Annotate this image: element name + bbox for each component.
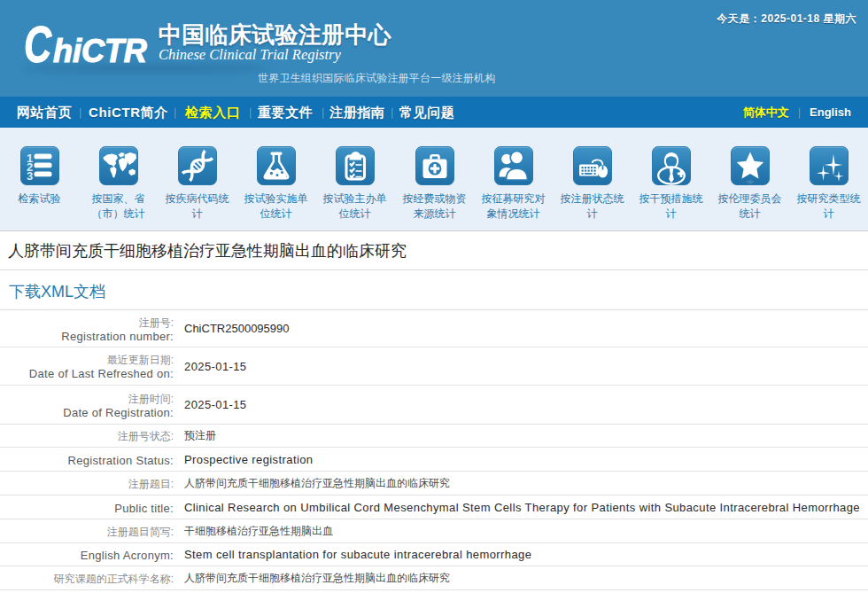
- svg-text:3: 3: [27, 169, 33, 183]
